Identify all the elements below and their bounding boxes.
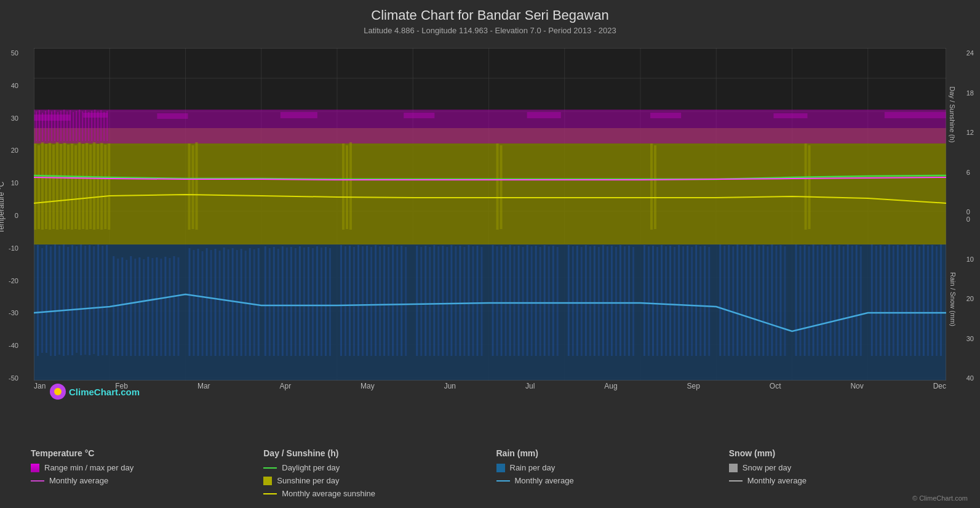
svg-rect-180 [758, 246, 760, 356]
sunshine-swatch [263, 477, 272, 485]
svg-rect-150 [615, 247, 617, 356]
svg-rect-282 [349, 142, 352, 230]
svg-rect-64 [215, 249, 217, 356]
svg-rect-266 [71, 143, 73, 230]
svg-rect-193 [821, 245, 823, 356]
svg-rect-130 [522, 247, 524, 356]
svg-rect-107 [416, 246, 418, 356]
svg-rect-119 [468, 245, 469, 356]
svg-rect-269 [82, 144, 84, 229]
svg-rect-120 [472, 246, 474, 356]
svg-rect-39 [97, 244, 99, 356]
svg-rect-167 [695, 245, 697, 356]
svg-rect-40 [102, 246, 103, 355]
svg-rect-82 [295, 248, 297, 356]
svg-rect-216 [927, 246, 929, 356]
svg-rect-276 [108, 143, 110, 230]
svg-rect-31 [63, 244, 65, 356]
svg-rect-280 [342, 143, 345, 230]
svg-rect-143 [585, 245, 587, 356]
svg-rect-170 [708, 247, 710, 356]
x-label-sep: Sep [687, 382, 700, 390]
svg-rect-235 [48, 110, 49, 141]
svg-rect-105 [400, 246, 402, 356]
svg-rect-77 [273, 247, 275, 356]
svg-rect-158 [656, 247, 658, 356]
svg-rect-147 [602, 245, 604, 356]
x-label-dec: Dec [933, 382, 946, 390]
svg-rect-245 [79, 110, 80, 141]
svg-rect-135 [544, 245, 546, 356]
svg-rect-262 [56, 142, 58, 230]
svg-rect-211 [906, 244, 907, 356]
svg-rect-43 [117, 259, 119, 356]
svg-rect-208 [893, 246, 894, 356]
svg-rect-104 [396, 246, 398, 356]
svg-rect-241 [66, 111, 68, 141]
svg-rect-244 [76, 111, 77, 141]
legend-snow-per-day: Snow per day [729, 463, 949, 472]
temp-range-swatch [31, 464, 39, 472]
x-label-jan: Jan [34, 382, 46, 390]
svg-rect-95 [357, 245, 359, 356]
svg-rect-51 [151, 258, 153, 356]
svg-rect-159 [661, 245, 663, 356]
svg-rect-259 [45, 144, 47, 229]
svg-rect-286 [654, 145, 656, 229]
svg-rect-98 [370, 247, 372, 356]
svg-rect-182 [767, 246, 768, 356]
svg-rect-272 [93, 142, 95, 230]
svg-rect-274 [100, 143, 103, 230]
rain-avg-line [496, 480, 510, 482]
main-container: Climate Chart for Bandar Seri Begawan La… [0, 0, 980, 508]
svg-rect-234 [45, 111, 46, 141]
svg-rect-192 [817, 246, 819, 356]
svg-rect-263 [60, 144, 62, 229]
svg-rect-240 [63, 110, 65, 141]
legend-rain: Rain (mm) Rain per day Monthly average [490, 448, 723, 502]
chart-title: Climate Chart for Bandar Seri Begawan [0, 0, 980, 23]
svg-rect-50 [147, 257, 149, 356]
svg-rect-92 [345, 246, 346, 356]
svg-rect-252 [100, 110, 102, 141]
svg-rect-202 [860, 246, 862, 356]
svg-rect-226 [404, 113, 434, 118]
svg-rect-212 [910, 246, 912, 356]
svg-rect-194 [826, 246, 827, 356]
svg-rect-174 [732, 246, 734, 356]
svg-rect-277 [188, 143, 191, 230]
logo-bottom: ClimeChart.com [49, 383, 140, 400]
svg-rect-109 [424, 246, 426, 356]
svg-rect-267 [74, 145, 77, 229]
svg-rect-59 [193, 250, 195, 356]
svg-rect-80 [286, 248, 288, 356]
legend-area: Temperature °C Range min / max per day M… [25, 448, 955, 502]
svg-point-291 [54, 388, 62, 395]
svg-rect-265 [67, 145, 70, 229]
svg-rect-209 [897, 245, 899, 356]
svg-rect-160 [665, 246, 667, 356]
svg-rect-58 [189, 248, 191, 356]
svg-rect-176 [741, 246, 743, 356]
svg-rect-210 [901, 246, 903, 356]
x-label-mar: Mar [197, 382, 210, 390]
svg-rect-72 [249, 248, 251, 356]
svg-rect-91 [340, 245, 342, 356]
svg-rect-121 [476, 246, 478, 356]
svg-rect-57 [177, 257, 179, 356]
svg-rect-35 [80, 244, 82, 355]
svg-rect-186 [784, 246, 786, 356]
svg-rect-146 [598, 247, 600, 356]
svg-rect-256 [34, 143, 36, 230]
snow-avg-line [729, 480, 743, 482]
daylight-line [263, 467, 277, 469]
svg-rect-83 [299, 246, 301, 356]
svg-rect-111 [433, 245, 435, 356]
svg-rect-278 [192, 145, 194, 229]
svg-rect-204 [875, 246, 877, 356]
svg-rect-139 [568, 245, 570, 356]
y-axis-right-bottom: 0 10 20 30 40 [966, 216, 974, 382]
svg-rect-164 [682, 246, 684, 356]
chart-subtitle: Latitude 4.886 - Longitude 114.963 - Ele… [0, 26, 980, 35]
x-label-jul: Jul [525, 382, 535, 390]
